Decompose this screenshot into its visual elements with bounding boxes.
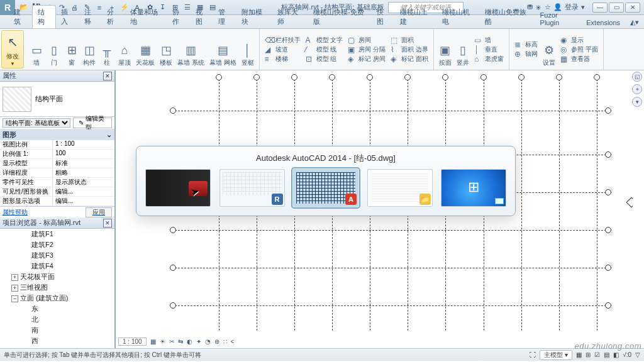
ribbon-button[interactable]: ⌇面积 边界 <box>391 45 428 54</box>
status-icon[interactable]: ⊞ <box>586 351 591 358</box>
ribbon-button[interactable]: ▤幕墙 网格 <box>207 30 239 69</box>
status-icon[interactable]: ▦ <box>576 351 582 358</box>
tree-node[interactable]: 南 <box>0 325 114 336</box>
ribbon-button[interactable]: ⚙设置 <box>540 30 558 69</box>
tab-manage[interactable]: 管理 <box>213 6 236 28</box>
grid-bubble[interactable] <box>291 74 297 80</box>
grid-bubble[interactable] <box>594 74 600 80</box>
alt-tab-thumb[interactable]: A <box>293 169 358 207</box>
grid-line-horizontal[interactable] <box>175 305 606 306</box>
grid-bubble[interactable] <box>605 227 611 233</box>
ribbon-button[interactable]: ∕模型 线 <box>306 45 343 54</box>
property-row[interactable]: 可见性/图形替换编辑... <box>0 187 114 197</box>
tab-olive-quick[interactable]: 橄榄山快模-免费版 <box>308 6 372 28</box>
tab-fuzor[interactable]: Fuzor Plugin <box>535 9 582 28</box>
grid-bubble[interactable] <box>605 107 611 114</box>
grid-bubble[interactable] <box>367 74 373 80</box>
tab-addins[interactable]: 附加模块 <box>236 6 272 28</box>
tab-massing[interactable]: 体量和场地 <box>125 6 167 28</box>
ribbon-button[interactable]: ⌂老虎窗 <box>474 55 504 63</box>
alt-tab-thumb[interactable] <box>145 169 211 207</box>
minimize-button[interactable]: — <box>592 3 608 13</box>
instance-selector[interactable]: 结构平面: 基础底板 <box>3 118 70 128</box>
properties-section-graphics[interactable]: 图形⌄ <box>0 129 114 140</box>
visual-style-icon[interactable]: ☀ <box>160 338 165 345</box>
tab-annotate[interactable]: 注释 <box>79 6 103 28</box>
edit-type-button[interactable]: ✎编辑类型 <box>73 118 112 128</box>
elevation-marker[interactable] <box>626 197 633 208</box>
tab-collaborate[interactable]: 协作 <box>167 6 191 28</box>
crop-icon[interactable]: ✦ <box>196 338 201 345</box>
ribbon-collapse-icon[interactable]: ◭▾ <box>625 16 644 28</box>
properties-close-icon[interactable]: ✕ <box>103 72 112 80</box>
ribbon-button[interactable]: │竖梃 <box>239 30 257 69</box>
tree-node[interactable]: 建筑F1 <box>0 229 114 239</box>
maximize-button[interactable]: ▭ <box>609 3 624 13</box>
tab-architecture[interactable]: 建筑 <box>9 6 32 28</box>
tree-node[interactable]: 建筑F2 <box>0 239 114 250</box>
ribbon-button[interactable]: ▢房间 <box>348 36 386 45</box>
property-value[interactable]: 100 <box>53 150 114 158</box>
ribbon-button[interactable]: ▦天花板 <box>133 30 157 69</box>
detail-icon[interactable]: ▦ <box>150 338 156 345</box>
expand-icon[interactable]: − <box>11 295 18 302</box>
tab-view[interactable]: 视图 <box>191 6 214 28</box>
grid-bubble[interactable] <box>556 74 562 80</box>
grid-line-vertical[interactable] <box>597 79 597 331</box>
grid-bubble[interactable] <box>518 74 525 80</box>
tree-node[interactable]: +天花板平面 <box>0 272 114 282</box>
properties-help-link[interactable]: 属性帮助 <box>3 208 28 217</box>
grid-bubble[interactable] <box>170 107 176 114</box>
grid-bubble[interactable] <box>605 302 611 309</box>
property-value[interactable]: 显示原状态 <box>53 178 114 187</box>
grid-bubble[interactable] <box>605 265 611 271</box>
tree-node[interactable]: 北 <box>0 314 114 325</box>
grid-line-vertical[interactable] <box>559 79 560 331</box>
grid-line-horizontal[interactable] <box>175 111 606 111</box>
ribbon-button[interactable]: ▯竖井 <box>454 30 472 69</box>
tree-node[interactable]: +三维视图 <box>0 282 114 293</box>
ribbon-button[interactable]: ╥柱 <box>98 30 116 69</box>
property-value[interactable]: 编辑... <box>53 197 114 206</box>
property-row[interactable]: 零件可见性显示原状态 <box>0 178 114 187</box>
ribbon-button[interactable]: ⌫栏杆扶手 <box>265 36 301 45</box>
property-value[interactable]: 标准 <box>53 159 114 168</box>
ribbon-button[interactable]: ◳楼板 <box>157 30 175 69</box>
ribbon-button[interactable]: ◈标记 面积 <box>391 55 428 63</box>
grid-bubble[interactable] <box>329 74 335 80</box>
property-value[interactable]: 粗略 <box>53 168 114 177</box>
grid-bubble[interactable] <box>442 74 448 80</box>
property-row[interactable]: 图形显示选项编辑... <box>0 197 114 206</box>
status-icon[interactable]: √:0 <box>623 351 631 358</box>
help-icon[interactable]: ▾ <box>581 3 585 11</box>
grid-bubble[interactable] <box>216 74 222 80</box>
status-icon[interactable]: ☑ <box>594 351 600 358</box>
ribbon-button[interactable]: ◢坡道 <box>265 45 301 54</box>
sun-icon[interactable]: ✂ <box>169 338 174 345</box>
status-icon[interactable]: ▤ <box>604 351 609 358</box>
tree-node[interactable]: 建筑F4 <box>0 261 114 272</box>
ribbon-button[interactable]: A模型 文字 <box>306 36 343 45</box>
worksets-selector[interactable]: 主模型 ▾ <box>540 350 572 360</box>
crop-region-icon[interactable]: ◔ <box>205 338 211 345</box>
tree-node[interactable]: 西 <box>0 336 114 346</box>
alt-tab-thumb[interactable]: R <box>219 169 285 207</box>
grid-bubble[interactable] <box>170 302 176 309</box>
grid-bubble[interactable] <box>605 189 611 195</box>
filter-icon[interactable]: ▽ <box>635 351 640 358</box>
hide-icon[interactable]: ⊕ <box>214 338 219 345</box>
properties-type-selector[interactable]: 结构平面 <box>0 82 114 117</box>
ribbon-button[interactable]: ▣房间 分隔 <box>348 45 386 54</box>
property-row[interactable]: 显示模型标准 <box>0 159 114 168</box>
ribbon-button[interactable]: ≣标高 <box>514 40 538 49</box>
grid-line-horizontal[interactable] <box>175 268 606 268</box>
alt-tab-thumb[interactable]: 📁 <box>367 169 433 207</box>
ribbon-button[interactable]: ▭墙 <box>28 30 45 69</box>
tree-node[interactable]: −立面 (建筑立面) <box>0 293 114 304</box>
ribbon-button[interactable]: ⊕轴网 <box>514 50 538 58</box>
ribbon-button[interactable]: │垂直 <box>474 45 504 54</box>
tab-kuaitu[interactable]: 快图 <box>372 6 395 28</box>
ribbon-button[interactable]: ◫构件 <box>80 30 98 69</box>
grid-bubble[interactable] <box>253 74 260 80</box>
expand-icon[interactable]: + <box>11 274 18 281</box>
